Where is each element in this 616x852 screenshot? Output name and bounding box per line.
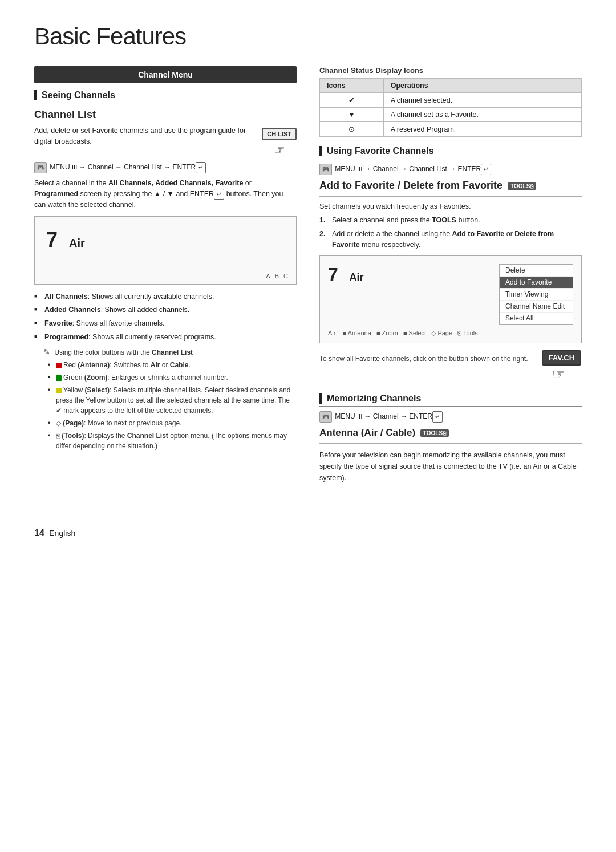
fav-channel-footer: Air ■ Antenna ■ Zoom ■ Select ◇ Page ⎘ T…: [328, 330, 573, 337]
icon-check: ✔: [320, 93, 384, 108]
table-row: ♥ A channel set as a Favorite.: [320, 108, 582, 122]
menu-delete[interactable]: Delete: [500, 265, 573, 277]
using-fav-menu-text: MENU III → Channel → Channel List → ENTE…: [335, 165, 491, 173]
ch-list-button-container: CH LIST ☞: [262, 128, 297, 157]
antenna-divider: [319, 443, 582, 444]
fav-note: To show all Favorite channels, click on …: [319, 354, 528, 364]
enter-icon-fav: ↵: [481, 164, 491, 175]
channel-display-box: 7 Air A B C: [34, 216, 297, 285]
menu-instruction-channel-list: 🎮 MENU III → Channel → Channel List → EN…: [34, 162, 297, 173]
color-button-list: Red (Antenna): Switches to Air or Cable.…: [43, 360, 297, 451]
op-clock: A reserved Program.: [383, 122, 581, 137]
section-bar-2: [319, 146, 322, 156]
menu-channel-name-edit[interactable]: Channel Name Edit: [500, 301, 573, 313]
add-to-favorite-section: Add to Favorite / Delete from Favorite T…: [319, 180, 582, 383]
seeing-channels-title: Seeing Channels: [42, 90, 115, 100]
channel-list-section: Channel List Add, delete or set Favorite…: [34, 109, 297, 451]
remote-icon-fav: 🎮: [319, 164, 332, 175]
table-header-icons: Icons: [320, 79, 384, 93]
fav-channel-info: 7 Air: [328, 264, 493, 285]
page-lang: English: [49, 529, 75, 538]
antenna-tools-badge: TOOLS⎘: [420, 429, 449, 437]
using-favorite-header: Using Favorite Channels: [319, 146, 582, 159]
channel-number: 7: [46, 228, 58, 252]
yellow-button: Yellow (Select): Selects multiple channe…: [43, 385, 297, 416]
select-instruction: Select a channel in the All Channels, Ad…: [34, 178, 297, 210]
memorizing-title: Memorizing Channels: [327, 393, 421, 404]
channel-list-title: Channel List: [34, 109, 297, 121]
green-dot: [56, 375, 62, 381]
section-bar-3: [319, 393, 322, 404]
fav-ch-note-row: To show all Favorite channels, click on …: [319, 350, 582, 383]
using-favorite-instruction: 🎮 MENU III → Channel → Channel List → EN…: [319, 164, 582, 175]
memorizing-instruction: 🎮 MENU III → Channel → ENTER↵: [319, 411, 582, 423]
enter-icon-mem: ↵: [432, 411, 443, 423]
tools-button: ⎘ (Tools): Displays the Channel List opt…: [43, 431, 297, 451]
right-column: Channel Status Display Icons Icons Opera…: [319, 66, 582, 494]
yellow-dot: [56, 388, 62, 393]
hand-icon: ☞: [274, 143, 285, 157]
channel-status-table: Icons Operations ✔ A channel selected. ♥…: [319, 78, 582, 137]
ch-list-button[interactable]: CH LIST: [262, 128, 297, 140]
menu-timer-viewing[interactable]: Timer Viewing: [500, 289, 573, 301]
green-button: Green (Zoom): Enlarges or shrinks a chan…: [43, 372, 297, 383]
fav-channel-row: 7 Air Delete Add to Favorite Timer Viewi…: [328, 264, 573, 325]
channel-menu-bar: Channel Menu: [34, 66, 297, 83]
icon-clock: ⊙: [320, 122, 384, 137]
page-number: 14: [34, 528, 44, 538]
channel-status-title: Channel Status Display Icons: [319, 66, 582, 75]
bullet-all-channels: All Channels: Shows all currently availa…: [34, 291, 297, 302]
bullet-favorite: Favorite: Shows all favorite channels.: [34, 318, 297, 329]
note-label: Using the color buttons with the Channel…: [54, 348, 193, 356]
table-row: ✔ A channel selected.: [320, 93, 582, 108]
page-button: ◇ (Page): Move to next or previous page.: [43, 418, 297, 428]
using-favorite-title: Using Favorite Channels: [327, 146, 434, 156]
channel-list-intro: Add, delete or set Favorite channels and…: [34, 125, 256, 147]
fav-ch-button-container: FAV.CH ☞: [536, 350, 582, 383]
memorizing-header: Memorizing Channels: [319, 393, 582, 407]
op-heart: A channel set as a Favorite.: [383, 108, 581, 122]
enter-icon-2: ↵: [214, 189, 224, 200]
section-bar: [34, 90, 37, 100]
icon-a: A: [266, 273, 270, 279]
channel-list-intro-row: Add, delete or set Favorite channels and…: [34, 125, 297, 157]
add-fav-steps: Select a channel and press the TOOLS but…: [319, 215, 582, 250]
icon-heart: ♥: [320, 108, 384, 122]
fav-context-menu[interactable]: Delete Add to Favorite Timer Viewing Cha…: [499, 264, 573, 325]
fav-channel-name: Air: [349, 271, 363, 283]
antenna-title: Antenna (Air / Cable) TOOLS⎘: [319, 427, 582, 439]
fav-hand-icon: ☞: [552, 366, 565, 383]
bullet-added-channels: Added Channels: Shows all added channels…: [34, 305, 297, 315]
channel-row: 7 Air: [46, 228, 285, 255]
bullet-programmed: Programmed: Shows all currently reserved…: [34, 332, 297, 343]
tools-badge: TOOLS⎘: [508, 182, 536, 190]
fav-ch-button[interactable]: FAV.CH: [542, 350, 582, 366]
add-fav-intro: Set channels you watch frequently as Fav…: [319, 202, 582, 210]
seeing-channels-header: Seeing Channels: [34, 90, 297, 103]
note-icon: ✎: [43, 347, 50, 356]
red-button: Red (Antenna): Switches to Air or Cable.: [43, 360, 297, 370]
table-row: ⊙ A reserved Program.: [320, 122, 582, 137]
remote-icon: 🎮: [34, 162, 47, 173]
op-check: A channel selected.: [383, 93, 581, 108]
red-dot: [56, 363, 62, 368]
page-footer: 14 English: [34, 528, 582, 538]
remote-icon-mem: 🎮: [319, 411, 332, 423]
menu-select-all[interactable]: Select All: [500, 313, 573, 324]
left-column: Channel Menu Seeing Channels Channel Lis…: [34, 66, 297, 494]
add-fav-title: Add to Favorite / Delete from Favorite T…: [319, 180, 582, 192]
menu-instruction-text: MENU III → Channel → Channel List → ENTE…: [50, 163, 206, 171]
fav-channel-box: 7 Air Delete Add to Favorite Timer Viewi…: [319, 255, 582, 343]
enter-icon: ↵: [196, 162, 206, 173]
channel-display-icons: A B C: [266, 273, 288, 279]
antenna-section: Antenna (Air / Cable) TOOLS⎘ Before your…: [319, 427, 582, 484]
icon-c: C: [283, 273, 288, 279]
fav-channel-num: 7: [328, 264, 338, 285]
channel-name: Air: [69, 237, 85, 250]
step-1: Select a channel and press the TOOLS but…: [319, 215, 582, 226]
menu-add-favorite[interactable]: Add to Favorite: [500, 277, 573, 289]
icon-b: B: [275, 273, 279, 279]
memorizing-menu-text: MENU III → Channel → ENTER↵: [335, 412, 443, 420]
page-title: Basic Features: [34, 23, 582, 50]
antenna-description: Before your television can begin memoriz…: [319, 449, 582, 484]
